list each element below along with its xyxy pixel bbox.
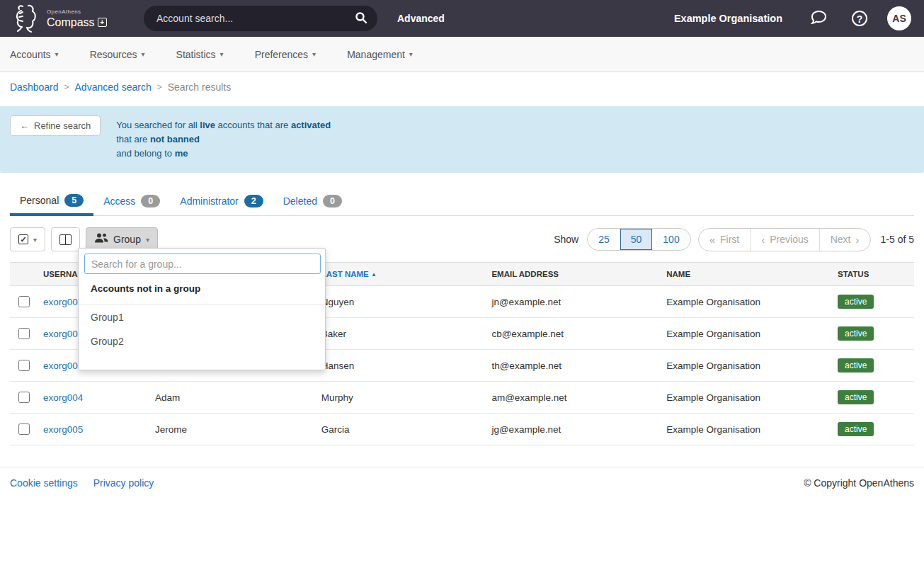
tab-access[interactable]: Access 0	[93, 188, 170, 216]
result-range: 1-5 of 5	[881, 234, 914, 245]
toolbar-right: Show 25 50 100 « First ‹ Previous Next ›…	[554, 228, 914, 251]
tab-administrator-count: 2	[244, 195, 263, 207]
first-page-button[interactable]: « First	[699, 229, 751, 251]
columns-button[interactable]	[51, 227, 80, 251]
feedback-button[interactable]	[805, 8, 832, 29]
row-checkbox[interactable]	[18, 328, 30, 339]
first-name-cell: Adam	[149, 382, 316, 414]
columns-icon	[59, 234, 72, 245]
breadcrumb-separator: >	[64, 82, 69, 92]
pagination: « First ‹ Previous Next ›	[698, 228, 871, 251]
username-link[interactable]: exorg001	[43, 297, 83, 307]
show-label: Show	[554, 234, 578, 245]
tab-personal-label: Personal	[20, 195, 59, 206]
row-checkbox[interactable]	[18, 392, 30, 403]
breadcrumb-dashboard-link[interactable]: Dashboard	[10, 81, 59, 93]
account-search-input[interactable]	[155, 12, 349, 25]
page-size-50[interactable]: 50	[620, 229, 653, 250]
row-checkbox[interactable]	[18, 423, 30, 435]
page-size-100[interactable]: 100	[652, 229, 690, 250]
account-search-box	[144, 6, 377, 31]
speech-bubble-icon	[809, 9, 828, 28]
copyright-text: © Copyright OpenAthens	[804, 477, 914, 489]
back-arrow-icon: ←	[20, 120, 29, 131]
row-checkbox[interactable]	[18, 360, 30, 371]
email-cell: cb@example.net	[486, 318, 661, 350]
last-name-cell: Garcia	[316, 414, 486, 445]
organisation-name[interactable]: Example Organisation	[674, 13, 782, 24]
next-page-button[interactable]: Next ›	[819, 229, 870, 251]
group-button-label: Group	[113, 234, 141, 245]
tab-deleted-count: 0	[323, 195, 342, 207]
help-icon: ?	[852, 11, 867, 26]
tab-administrator-label: Administrator	[180, 195, 238, 207]
breadcrumb: Dashboard > Advanced search > Search res…	[0, 72, 924, 102]
group-option[interactable]: Group1	[79, 305, 325, 329]
select-all-button[interactable]: ✓ ▾	[10, 227, 45, 251]
username-link[interactable]: exorg004	[43, 392, 83, 403]
user-avatar[interactable]: AS	[887, 6, 911, 30]
nav-management-label: Management	[347, 49, 405, 60]
header-last-name[interactable]: LAST NAME ▲	[316, 263, 486, 286]
group-search-input[interactable]	[84, 254, 321, 274]
nav-preferences-label: Preferences	[255, 49, 308, 60]
chevron-down-icon: ▾	[55, 50, 59, 58]
search-summary-text: You searched for all live accounts that …	[116, 115, 331, 161]
checkbox-icon: ✓	[18, 234, 28, 244]
nav-management[interactable]: Management ▾	[347, 49, 413, 60]
tab-personal[interactable]: Personal 5	[10, 188, 93, 216]
nav-accounts[interactable]: Accounts ▾	[10, 49, 59, 60]
header-email[interactable]: EMAIL ADDRESS	[486, 263, 661, 286]
search-button[interactable]	[349, 8, 373, 29]
cookie-settings-link[interactable]: Cookie settings	[10, 477, 78, 489]
brand-openathens-label: OpenAthens	[47, 9, 107, 15]
tab-administrator[interactable]: Administrator 2	[170, 188, 273, 216]
org-name-cell: Example Organisation	[661, 350, 832, 382]
brand-text: OpenAthens Compass +	[47, 9, 107, 28]
search-summary-line1: You searched for all live accounts that …	[116, 118, 331, 132]
email-cell: am@example.net	[486, 382, 661, 414]
header-name[interactable]: NAME	[661, 263, 832, 286]
group-option-no-group[interactable]: Accounts not in a group	[79, 274, 325, 305]
double-chevron-left-icon: «	[709, 234, 715, 246]
help-button[interactable]: ?	[848, 10, 872, 27]
chevron-down-icon: ▾	[146, 236, 149, 244]
privacy-policy-link[interactable]: Privacy policy	[93, 477, 154, 489]
group-people-icon	[94, 233, 108, 246]
search-summary-line2: that are not banned	[116, 132, 331, 147]
chevron-right-icon: ›	[856, 234, 860, 246]
refine-search-button[interactable]: ← Refine search	[10, 115, 101, 136]
search-summary-line3: and belong to me	[116, 147, 331, 161]
previous-page-button[interactable]: ‹ Previous	[750, 229, 819, 251]
header-status[interactable]: STATUS	[832, 263, 914, 286]
row-checkbox[interactable]	[18, 296, 30, 307]
nav-preferences[interactable]: Preferences ▾	[255, 49, 316, 60]
nav-resources[interactable]: Resources ▾	[90, 49, 145, 60]
org-name-cell: Example Organisation	[661, 414, 832, 445]
table-row: exorg004 Adam Murphy am@example.net Exam…	[10, 382, 914, 414]
nav-statistics[interactable]: Statistics ▾	[176, 49, 224, 60]
table-row: exorg005 Jerome Garcia jg@example.net Ex…	[10, 414, 914, 445]
compass-plus-icon: +	[98, 18, 107, 27]
status-badge: active	[838, 422, 874, 436]
main-nav: Accounts ▾ Resources ▾ Statistics ▾ Pref…	[0, 37, 924, 72]
username-link[interactable]: exorg003	[43, 360, 83, 371]
page-size-25[interactable]: 25	[588, 229, 620, 250]
tab-deleted[interactable]: Deleted 0	[273, 188, 352, 216]
tab-access-label: Access	[103, 195, 135, 207]
group-option[interactable]: Group2	[79, 329, 325, 353]
username-link[interactable]: exorg005	[43, 424, 83, 435]
top-bar: OpenAthens Compass + Advanced Example Or…	[0, 0, 924, 37]
first-name-cell: Jerome	[149, 414, 316, 445]
brand-logo[interactable]: OpenAthens Compass +	[13, 2, 144, 35]
status-badge: active	[838, 358, 874, 373]
breadcrumb-advanced-search-link[interactable]: Advanced search	[75, 81, 152, 93]
nav-statistics-label: Statistics	[176, 49, 216, 60]
search-summary-banner: ← Refine search You searched for all liv…	[0, 106, 924, 173]
advanced-search-link[interactable]: Advanced	[397, 13, 445, 24]
username-link[interactable]: exorg002	[43, 329, 83, 339]
brand-compass-label: Compass	[47, 17, 95, 28]
breadcrumb-current: Search results	[168, 81, 231, 93]
email-cell: jg@example.net	[486, 414, 661, 445]
chevron-down-icon: ▾	[220, 50, 224, 58]
